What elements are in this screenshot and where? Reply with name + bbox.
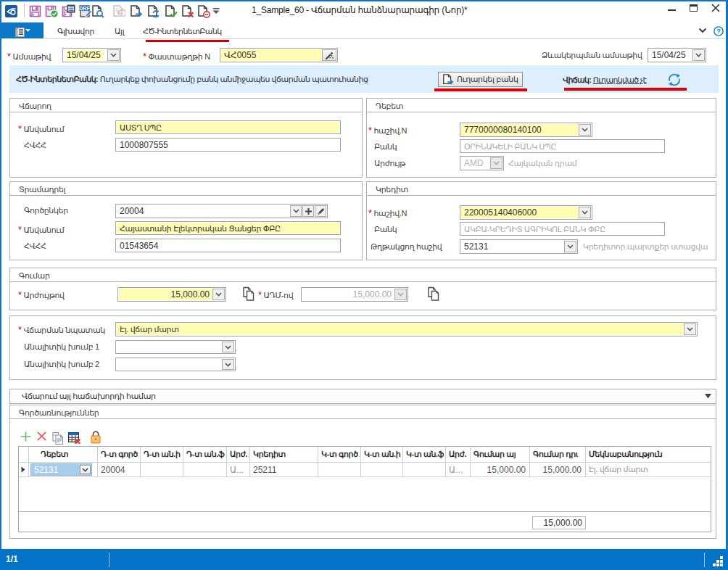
svg-text:DRF: DRF	[79, 6, 90, 11]
svg-text:?: ?	[716, 28, 721, 35]
